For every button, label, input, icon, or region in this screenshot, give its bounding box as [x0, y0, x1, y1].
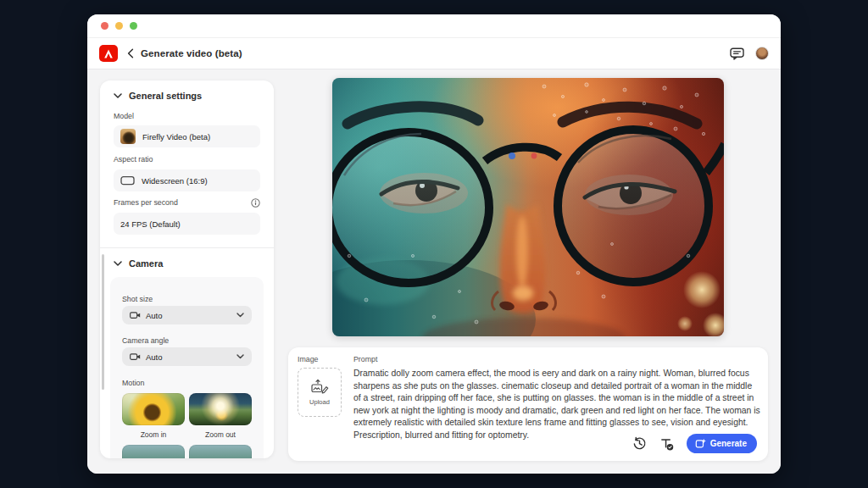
shot-size-value: Auto [146, 311, 163, 320]
chevron-down-icon [114, 93, 122, 98]
motion-option-extra[interactable] [122, 445, 185, 458]
shot-size-dropdown[interactable]: Auto [122, 306, 252, 324]
aspect-ratio-label: Aspect ratio [114, 155, 153, 164]
generate-button[interactable]: Generate [687, 434, 757, 453]
generate-label: Generate [710, 439, 747, 448]
camera-angle-dropdown[interactable]: Auto [122, 347, 252, 366]
upload-image-icon [310, 379, 329, 395]
page-title: Generate video (beta) [141, 48, 242, 58]
motion-option-extra[interactable] [189, 445, 252, 458]
settings-sidebar: General settings Model Firefly Video (be… [100, 80, 274, 458]
chevron-down-icon [236, 313, 244, 318]
portrait-image [332, 78, 724, 336]
image-label: Image [298, 355, 318, 363]
prompt-actions: Generate [632, 434, 757, 453]
section-camera[interactable]: Camera [114, 258, 163, 269]
chevron-left-icon [127, 48, 134, 58]
fps-selector[interactable]: 24 FPS (Default) [114, 213, 260, 235]
motion-option-label: Zoom in [122, 430, 185, 439]
prompt-label: Prompt [353, 355, 377, 363]
prompt-text-input[interactable]: Dramatic dolly zoom camera effect, the m… [353, 368, 760, 442]
section-title: Camera [129, 258, 163, 269]
model-label: Model [114, 112, 134, 120]
prompt-panel: Image Upload Prompt Dramatic dolly zoom … [288, 347, 768, 461]
feedback-bubble-icon[interactable] [730, 47, 744, 60]
chevron-down-icon [236, 354, 244, 359]
section-title: General settings [129, 91, 202, 101]
aspect-ratio-value: Widescreen (16:9) [142, 176, 208, 186]
video-camera-icon [130, 352, 141, 361]
model-value: Firefly Video (beta) [142, 132, 210, 141]
fps-info-icon[interactable] [251, 198, 260, 208]
aspect-ratio-selector[interactable]: Widescreen (16:9) [114, 169, 260, 191]
shot-size-label: Shot size [122, 295, 153, 303]
motion-option-zoom-out[interactable] [189, 393, 252, 425]
model-selector[interactable]: Firefly Video (beta) [114, 125, 260, 147]
close-window-button[interactable] [101, 22, 108, 30]
motion-label: Motion [122, 379, 144, 387]
camera-angle-value: Auto [146, 352, 163, 362]
widescreen-icon [120, 175, 135, 186]
motion-option-zoom-in[interactable] [122, 393, 185, 425]
sidebar-scrollbar[interactable] [102, 254, 104, 390]
video-camera-icon [130, 311, 141, 319]
back-button[interactable] [127, 48, 134, 58]
image-upload-button[interactable]: Upload [298, 368, 342, 417]
user-avatar[interactable] [755, 47, 769, 60]
video-preview [332, 78, 724, 336]
sidebar-divider [100, 247, 274, 248]
main-content: General settings Model Firefly Video (be… [87, 69, 781, 474]
history-icon[interactable] [632, 436, 647, 451]
app-header: Generate video (beta) [87, 38, 781, 69]
text-check-icon[interactable] [659, 437, 674, 451]
sparkle-generate-icon [695, 438, 706, 449]
model-thumbnail [120, 129, 136, 144]
fps-label: Frames per second [114, 198, 178, 207]
camera-angle-label: Camera angle [122, 336, 169, 345]
app-window: Generate video (beta) General settings M… [87, 14, 781, 474]
section-general-settings[interactable]: General settings [114, 91, 202, 101]
maximize-window-button[interactable] [130, 22, 137, 30]
upload-label: Upload [309, 398, 330, 406]
fps-value: 24 FPS (Default) [120, 219, 181, 229]
adobe-logo-icon[interactable] [99, 45, 118, 62]
motion-option-label: Zoom out [189, 430, 252, 439]
minimize-window-button[interactable] [115, 22, 123, 30]
window-titlebar [87, 14, 781, 38]
chevron-down-icon [114, 261, 122, 266]
